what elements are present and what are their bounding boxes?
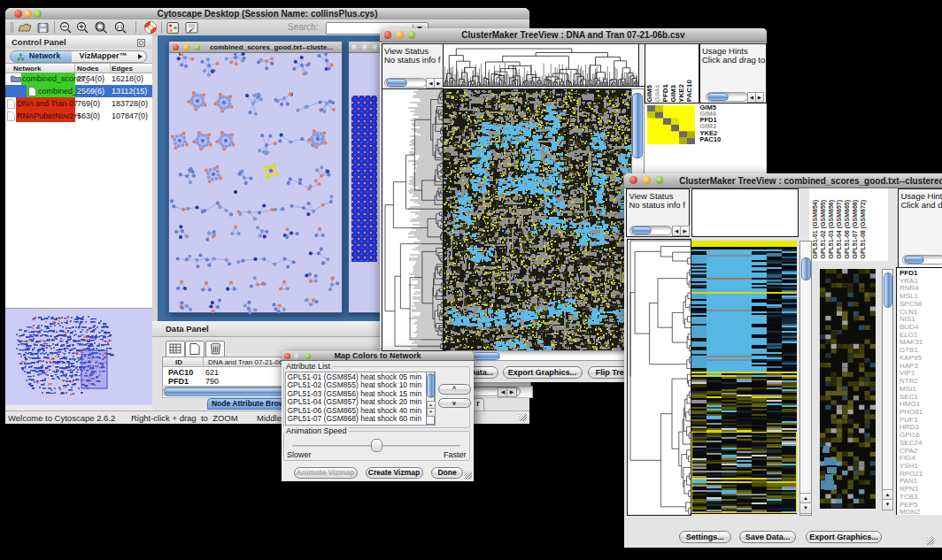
svg-text:1:1: 1:1 <box>117 24 123 29</box>
